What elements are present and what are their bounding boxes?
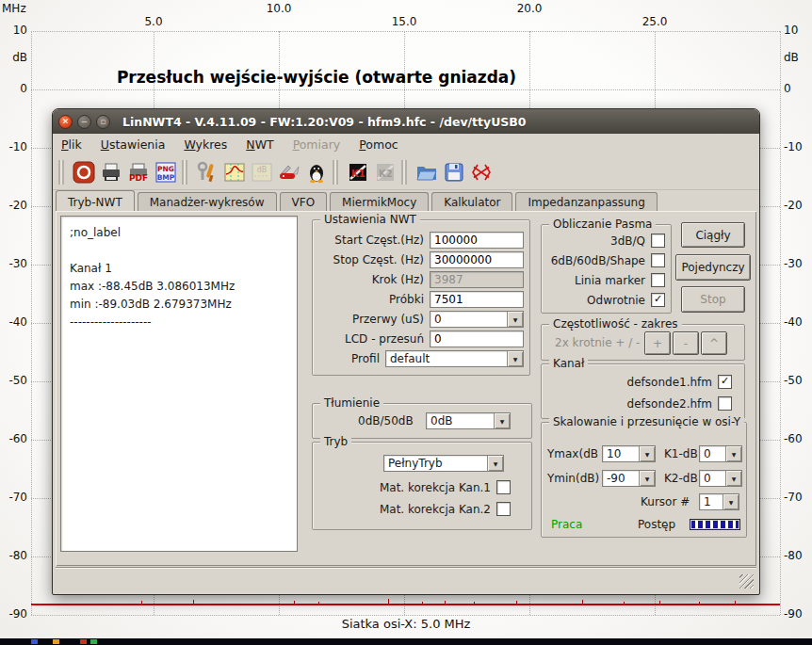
start-freq-input[interactable]	[430, 232, 524, 249]
ymax-combo[interactable]: 10▼	[602, 445, 656, 462]
tab-vfo[interactable]: VFO	[280, 192, 328, 211]
group-title: Ustawienia NWT	[320, 213, 420, 226]
toolbar-handle[interactable]	[182, 160, 187, 185]
log-line: max :-88.45dB 3.086013MHz	[70, 278, 288, 296]
zakres-label: 2x krotnie + / -	[555, 336, 640, 349]
freq-plus-button[interactable]: +	[644, 331, 671, 355]
y-tick-left: -20	[0, 199, 27, 212]
ciagly-button[interactable]: Ciągły	[681, 222, 745, 248]
group-title: Tryb	[320, 435, 351, 448]
menu-wykres[interactable]: Wykres	[184, 137, 227, 152]
y-tick-right: -20	[784, 199, 812, 212]
menu-nwt[interactable]: NWT	[246, 137, 273, 152]
kursor-combo[interactable]: 1▼	[699, 493, 739, 510]
tab-content: ;no_label Kanał 1 max :-88.45dB 3.086013…	[56, 211, 756, 566]
tab-miermikmocy[interactable]: MiermikMocy	[330, 192, 429, 211]
export-png-bmp-icon[interactable]: PNGBMP	[152, 158, 179, 185]
x-tick: 15.0	[392, 15, 417, 28]
profil-combo[interactable]: default▼	[385, 350, 524, 367]
open-file-icon[interactable]	[413, 158, 440, 185]
save-file-icon[interactable]	[440, 158, 467, 185]
chevron-down-icon[interactable]: ▼	[639, 446, 655, 461]
tab-manadzer-wykresow[interactable]: Manadżer-wykresów	[138, 192, 277, 211]
defsonde2-checkbox[interactable]	[718, 396, 732, 411]
k1-correction-icon[interactable]: K1	[344, 158, 371, 185]
x-tick: 10.0	[267, 2, 292, 15]
linux-tux-icon[interactable]	[302, 158, 330, 185]
settings-tools-icon[interactable]	[193, 158, 220, 185]
odwrotnie-checkbox[interactable]	[651, 293, 665, 307]
menu-ustawienia[interactable]: Ustawienia	[101, 137, 166, 152]
y-tick-left: -50	[0, 374, 27, 387]
toolbar-handle[interactable]	[333, 160, 338, 185]
chevron-down-icon[interactable]: ▼	[725, 471, 741, 486]
stop-freq-input[interactable]	[430, 251, 524, 268]
svg-text:dB: dB	[256, 166, 267, 174]
svg-text:K2: K2	[379, 169, 393, 179]
chevron-down-icon[interactable]: ▼	[507, 351, 523, 366]
mode-combo[interactable]: PełnyTryb▼	[383, 455, 504, 472]
window-maximize-button[interactable]: ▫	[96, 115, 110, 129]
y-tick-left: -60	[0, 432, 27, 445]
przerwy-combo[interactable]: 0▼	[430, 311, 524, 328]
window-minimize-button[interactable]: −	[77, 115, 91, 129]
postep-label: Postęp	[638, 518, 675, 531]
print-icon[interactable]	[97, 158, 124, 185]
window-titlebar[interactable]: ✕ − ▫ LinNWT4 - V.4.11.09 - FW:1.20:V09 …	[53, 109, 759, 134]
linia-marker-checkbox[interactable]	[651, 273, 665, 287]
window-close-button[interactable]: ✕	[58, 115, 73, 129]
group-ustawienia-nwt: Ustawienia NWT Start Częst.(Hz) Stop Czę…	[312, 219, 530, 376]
k2-correction-icon[interactable]: K2	[371, 158, 398, 185]
defsonde1-checkbox[interactable]	[718, 375, 732, 389]
sweep-curve-icon[interactable]	[220, 158, 248, 185]
linia-marker-label: Linia marker	[575, 274, 645, 287]
korekcja-kan2-checkbox[interactable]	[496, 502, 511, 516]
chevron-down-icon[interactable]: ▼	[639, 471, 655, 486]
log-line: Kanał 1	[70, 260, 288, 278]
korekcja-kan1-label: Mat. korekcja Kan.1	[380, 481, 491, 494]
probki-label: Próbki	[318, 293, 424, 306]
3db-q-checkbox[interactable]	[651, 234, 665, 248]
power-icon[interactable]	[70, 158, 97, 185]
korekcja-kan1-checkbox[interactable]	[496, 480, 511, 494]
chevron-down-icon[interactable]: ▼	[725, 446, 741, 461]
log-line	[70, 242, 288, 260]
db-curve-icon[interactable]: dB	[248, 158, 275, 185]
y-tick-right: 0	[784, 82, 812, 95]
pojedynczy-button[interactable]: Pojedynczy	[675, 254, 751, 281]
y-tick-left: -10	[0, 140, 27, 153]
tab-tryb-nwt[interactable]: Tryb-NWT	[56, 190, 135, 211]
stop-button[interactable]: Stop	[681, 286, 745, 313]
chevron-down-icon[interactable]: ▼	[494, 413, 510, 428]
ymin-combo[interactable]: -90▼	[602, 470, 656, 487]
resize-grip[interactable]	[739, 574, 754, 589]
swiss-knife-icon[interactable]	[275, 158, 302, 185]
svg-text:BMP: BMP	[156, 173, 174, 182]
k1-db-combo[interactable]: 0▼	[699, 445, 742, 462]
chart-title: Przesłuch wejście-wyjście (otwarte gniaz…	[0, 68, 633, 87]
print-pdf-icon[interactable]: PDF	[124, 158, 152, 185]
ymin-label: Ymin(dB)	[547, 472, 599, 485]
6db-60db-shape-checkbox[interactable]	[651, 253, 665, 267]
chevron-down-icon[interactable]: ▼	[507, 312, 523, 327]
toolbar-handle[interactable]	[58, 160, 64, 185]
freq-minus-button[interactable]: -	[673, 331, 699, 355]
toolbar-handle[interactable]	[401, 160, 407, 185]
chevron-down-icon[interactable]: ▼	[723, 494, 739, 509]
span-x-icon[interactable]	[467, 158, 495, 185]
measurement-log[interactable]: ;no_label Kanał 1 max :-88.45dB 3.086013…	[60, 216, 298, 552]
attenuator-combo[interactable]: 0dB▼	[426, 412, 511, 429]
x-axis-unit: MHz	[2, 2, 26, 15]
menu-pomiary[interactable]: Pomiary	[293, 137, 341, 152]
freq-up-button[interactable]: ^	[701, 331, 727, 355]
k2-db-combo[interactable]: 0▼	[699, 470, 742, 487]
tab-kalkulator[interactable]: Kalkulator	[431, 192, 512, 211]
menu-pomoc[interactable]: Pomoc	[359, 137, 398, 152]
group-tlumienie: Tłumienie 0dB/50dB 0dB▼	[312, 403, 532, 439]
probki-input[interactable]	[430, 291, 524, 308]
menu-plik[interactable]: Plik	[61, 137, 82, 152]
log-line: min :-89.03dB 2.679373MHz	[70, 296, 288, 314]
chevron-down-icon[interactable]: ▼	[487, 456, 503, 471]
tab-impedanzanpassung[interactable]: Impedanzanpassung	[515, 192, 657, 211]
lcd-przesun-input[interactable]	[430, 331, 524, 347]
